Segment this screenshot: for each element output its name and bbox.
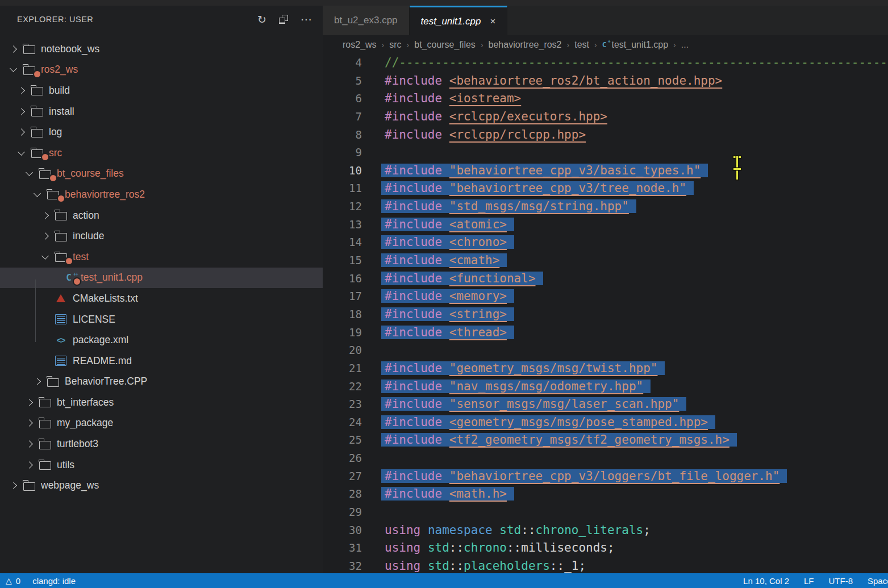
status-cursor-position[interactable]: Ln 10, Col 2 (743, 576, 789, 586)
code-line-18[interactable]: 18#include <string> (323, 306, 888, 324)
code-line-16[interactable]: 16#include <functional> (323, 270, 888, 288)
tree-item-bt_course_files[interactable]: bt_course_files (0, 164, 323, 185)
code-line-17[interactable]: 17#include <memory> (323, 287, 888, 306)
code-line-21[interactable]: 21#include "geometry_msgs/msg/twist.hpp" (323, 360, 888, 378)
breadcrumb-item-behaviortree_ros2[interactable]: behaviortree_ros2 (489, 40, 562, 50)
code-line-11[interactable]: 11#include "behaviortree_cpp_v3/tree_nod… (323, 180, 888, 198)
status-indentation[interactable]: Spaces (868, 576, 888, 586)
tree-item-BehaviorTree.CPP[interactable]: BehaviorTree.CPP (0, 372, 323, 393)
code-line-23[interactable]: 23#include "sensor_msgs/msg/laser_scan.h… (323, 395, 888, 414)
tree-item-include[interactable]: include (0, 226, 323, 247)
tree-item-CMakeLists.txt[interactable]: CMakeLists.txt (0, 288, 323, 309)
code-line-25[interactable]: 25#include <tf2_geometry_msgs/tf2_geomet… (323, 431, 888, 449)
code-line-13[interactable]: 13#include <atomic> (323, 216, 888, 234)
chevron-right-icon[interactable] (37, 213, 52, 218)
tree-item-my_package[interactable]: my_package (0, 413, 323, 434)
code-line-22[interactable]: 22#include "nav_msgs/msg/odometry.hpp" (323, 378, 888, 396)
code-line-30[interactable]: 30using namespace std::chrono_literals; (323, 522, 888, 540)
status-encoding[interactable]: UTF-8 (829, 576, 853, 586)
tree-item-turtlebot3[interactable]: turtlebot3 (0, 433, 323, 454)
tree-item-install[interactable]: install (0, 101, 323, 122)
warnings-count[interactable]: 0 (16, 576, 20, 586)
tree-item-label: README.md (69, 355, 132, 367)
chevron-right-icon[interactable] (6, 483, 20, 488)
tree-item-build[interactable]: build (0, 80, 323, 101)
tree-item-log[interactable]: log (0, 122, 323, 143)
breadcrumb-item-ros2_ws[interactable]: ros2_ws (343, 40, 377, 50)
code-line-29[interactable]: 29 (323, 503, 888, 522)
chevron-right-icon[interactable] (37, 233, 52, 239)
tab-test_unit1.cpp[interactable]: test_unit1.cpp× (410, 6, 508, 35)
tree-item-test[interactable]: test (0, 247, 323, 268)
line-number: 12 (323, 198, 362, 216)
tree-item-webpage_ws[interactable]: webpage_ws (0, 475, 323, 496)
more-actions-icon[interactable]: ⋯ (301, 14, 312, 25)
breadcrumb-item-test_unit1.cpp[interactable]: test_unit1.cpp (611, 40, 668, 50)
chevron-right-icon[interactable] (22, 400, 36, 405)
chevron-right-icon[interactable] (30, 379, 44, 384)
code-line-12[interactable]: 12#include "std_msgs/msg/string.hpp" (323, 198, 888, 216)
code-line-10[interactable]: 10#include "behaviortree_cpp_v3/basic_ty… (323, 162, 888, 180)
status-eol-sequence[interactable]: LF (804, 576, 814, 586)
collapse-folders-icon[interactable] (279, 15, 288, 24)
tree-item-label: test_unit1.cpp (77, 272, 143, 283)
chevron-right-icon[interactable] (22, 462, 36, 468)
chevron-right-icon[interactable] (6, 47, 20, 52)
line-number: 23 (323, 395, 362, 414)
code-line-24[interactable]: 24#include <geometry_msgs/msg/pose_stamp… (323, 414, 888, 432)
selection-highlight: #include <memory> (381, 289, 514, 303)
chevron-down-icon[interactable] (22, 172, 36, 175)
code-line-6[interactable]: 6#include <iostream> (323, 90, 888, 108)
code-line-14[interactable]: 14#include <chrono> (323, 233, 888, 252)
code-line-19[interactable]: 19#include <thread> (323, 324, 888, 342)
tree-item-utils[interactable]: utils (0, 454, 323, 476)
tab-label: test_unit1.cpp (421, 16, 481, 27)
code-line-27[interactable]: 27#include "behaviortree_cpp_v3/loggers/… (323, 468, 888, 486)
code-line-32[interactable]: 32using std::placeholders::_1; (323, 557, 888, 573)
tree-item-behaviortree_ros2[interactable]: behaviortree_ros2 (0, 184, 323, 205)
tree-item-bt_interfaces[interactable]: bt_interfaces (0, 392, 323, 413)
tree-item-src[interactable]: src (0, 143, 323, 164)
selection-highlight: #include <cmath> (381, 253, 507, 267)
code-line-8[interactable]: 8#include <rclcpp/rclcpp.hpp> (323, 126, 888, 144)
code-line-20[interactable]: 20 (323, 341, 888, 360)
tab-bt_u2_ex3.cpp[interactable]: bt_u2_ex3.cpp (323, 6, 410, 35)
chevron-right-icon[interactable] (14, 130, 28, 135)
tree-item-README.md[interactable]: README.md (0, 351, 323, 372)
code-line-26[interactable]: 26 (323, 449, 888, 468)
breadcrumb-item-...[interactable]: ... (681, 40, 689, 50)
tree-item-LICENSE[interactable]: LICENSE (0, 309, 323, 330)
code-line-31[interactable]: 31using std::chrono::milliseconds; (323, 539, 888, 557)
warnings-icon[interactable]: △ (6, 576, 12, 585)
code-editor[interactable]: 4//-------------------------------------… (323, 54, 888, 573)
tree-item-test_unit1.cpp[interactable]: Ctest_unit1.cpp (0, 268, 323, 289)
breadcrumb-item-bt_course_files[interactable]: bt_course_files (414, 40, 476, 50)
selection-highlight: #include <chrono> (381, 235, 514, 249)
chevron-down-icon[interactable] (37, 256, 52, 258)
tree-item-action[interactable]: action (0, 205, 323, 226)
code-line-9[interactable]: 9 (323, 144, 888, 162)
code-line-28[interactable]: 28#include <math.h> (323, 485, 888, 503)
code-line-5[interactable]: 5#include <behaviortree_ros2/bt_action_n… (323, 72, 888, 90)
tree-item-label: action (69, 210, 99, 222)
tree-item-notebook_ws[interactable]: notebook_ws (0, 39, 323, 60)
tree-item-ros2_ws[interactable]: ros2_ws (0, 60, 323, 81)
tree-item-package.xml[interactable]: <>package.xml (0, 330, 323, 351)
refresh-explorer-icon[interactable]: ↻ (257, 14, 266, 25)
selection-highlight: #include <string> (381, 307, 514, 321)
chevron-right-icon[interactable] (22, 441, 36, 447)
chevron-right-icon[interactable] (22, 420, 36, 426)
tree-item-label: behaviortree_ros2 (61, 189, 145, 201)
code-line-15[interactable]: 15#include <cmath> (323, 252, 888, 270)
language-server-status[interactable]: clangd: idle (32, 576, 76, 586)
chevron-right-icon[interactable] (14, 109, 28, 114)
close-icon[interactable]: × (490, 16, 495, 27)
chevron-down-icon[interactable] (6, 68, 20, 71)
chevron-right-icon[interactable] (14, 88, 28, 93)
code-line-4[interactable]: 4//-------------------------------------… (323, 54, 888, 72)
chevron-down-icon[interactable] (14, 152, 28, 155)
breadcrumb-item-test[interactable]: test (574, 40, 589, 50)
breadcrumb-item-src[interactable]: src (389, 40, 401, 50)
code-line-7[interactable]: 7#include <rclcpp/executors.hpp> (323, 108, 888, 126)
chevron-down-icon[interactable] (30, 193, 44, 196)
